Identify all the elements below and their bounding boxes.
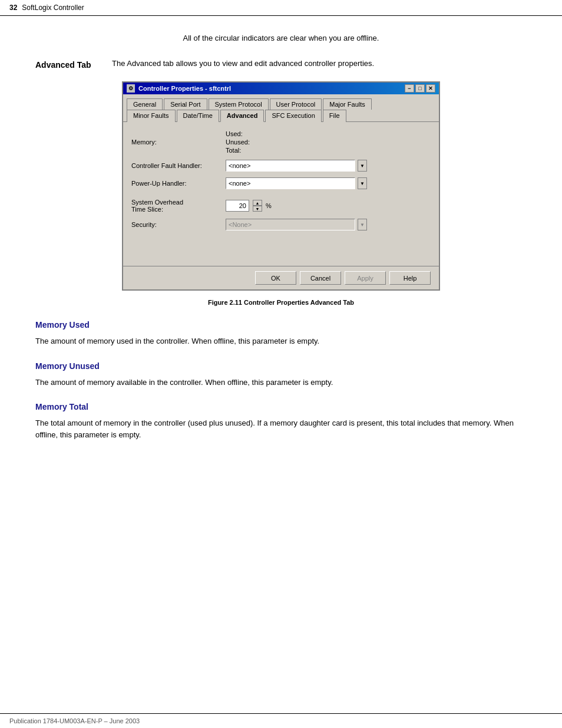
section-memory-used: Memory Used The amount of memory used in… bbox=[35, 320, 527, 347]
security-dropdown-arrow: ▼ bbox=[358, 219, 367, 230]
tab-date-time[interactable]: Date/Time bbox=[177, 110, 219, 122]
tab-advanced[interactable]: Advanced bbox=[220, 110, 265, 122]
help-button[interactable]: Help bbox=[389, 271, 431, 285]
system-overhead-spinner-wrap: ▲ ▼ % bbox=[226, 200, 272, 212]
memory-label: Memory: bbox=[131, 139, 226, 146]
advanced-tab-section: Advanced Tab The Advanced tab allows you… bbox=[35, 59, 527, 70]
restore-button[interactable]: □ bbox=[415, 84, 425, 93]
memory-unused-heading: Memory Unused bbox=[35, 361, 527, 371]
security-row: Security: <None> ▼ bbox=[131, 219, 431, 230]
system-overhead-row: System OverheadTime Slice: ▲ ▼ % bbox=[131, 199, 431, 213]
security-dropdown: <None> bbox=[226, 219, 355, 230]
power-up-dropdown-arrow[interactable]: ▼ bbox=[358, 177, 367, 189]
page-title-header: SoftLogix Controller bbox=[22, 4, 84, 12]
power-up-row: Power-Up Handler: <none> ▼ bbox=[131, 177, 431, 189]
minimize-button[interactable]: − bbox=[405, 84, 414, 93]
fault-handler-row: Controller Fault Handler: <none> ▼ bbox=[131, 160, 431, 172]
tabs-row: General Serial Port System Protocol User… bbox=[127, 98, 435, 109]
cancel-button[interactable]: Cancel bbox=[300, 271, 341, 285]
titlebar-buttons: − □ ✕ bbox=[405, 84, 435, 93]
page-number: 32 bbox=[9, 4, 17, 12]
section-memory-unused: Memory Unused The amount of memory avail… bbox=[35, 361, 527, 388]
tab-file[interactable]: File bbox=[323, 110, 346, 122]
memory-unused-body: The amount of memory available in the co… bbox=[35, 377, 527, 388]
advanced-tab-label: Advanced Tab bbox=[35, 59, 112, 70]
memory-used-label: Used: bbox=[226, 130, 250, 137]
tab-sfc-execution[interactable]: SFC Execution bbox=[265, 110, 321, 122]
power-up-label: Power-Up Handler: bbox=[131, 180, 226, 187]
tab-user-protocol[interactable]: User Protocol bbox=[270, 98, 322, 110]
memory-total-label: Total: bbox=[226, 147, 250, 154]
dialog-icon: ⚙ bbox=[127, 84, 135, 93]
power-up-value: <none> bbox=[229, 180, 250, 187]
memory-values: Used: Unused: Total: bbox=[226, 130, 250, 154]
system-overhead-label: System OverheadTime Slice: bbox=[131, 199, 226, 213]
tabs-container: General Serial Port System Protocol User… bbox=[123, 94, 439, 121]
tab-general[interactable]: General bbox=[127, 98, 163, 110]
page-footer: Publication 1784-UM003A-EN-P – June 2003 bbox=[0, 713, 562, 728]
memory-used-body: The amount of memory used in the control… bbox=[35, 335, 527, 347]
ok-button[interactable]: OK bbox=[255, 271, 296, 285]
spinner-down-button[interactable]: ▼ bbox=[253, 206, 262, 212]
close-button[interactable]: ✕ bbox=[426, 84, 435, 93]
dialog-title: Controller Properties - sftcntrl bbox=[138, 85, 231, 92]
section-memory-total: Memory Total The total amount of memory … bbox=[35, 402, 527, 440]
system-overhead-spinner-buttons: ▲ ▼ bbox=[253, 200, 262, 212]
security-label: Security: bbox=[131, 221, 226, 228]
fault-handler-value: <none> bbox=[229, 162, 250, 169]
intro-text: All of the circular indicators are clear… bbox=[35, 34, 527, 42]
memory-total-body: The total amount of memory in the contro… bbox=[35, 417, 527, 440]
memory-unused-label: Unused: bbox=[226, 139, 250, 146]
memory-total-heading: Memory Total bbox=[35, 402, 527, 411]
fault-handler-label: Controller Fault Handler: bbox=[131, 162, 226, 169]
advanced-tab-description: The Advanced tab allows you to view and … bbox=[112, 59, 527, 70]
fault-handler-dropdown-arrow[interactable]: ▼ bbox=[358, 160, 367, 172]
security-value: <None> bbox=[229, 221, 252, 228]
fault-handler-dropdown-wrap: <none> ▼ bbox=[226, 160, 367, 172]
tab-system-protocol[interactable]: System Protocol bbox=[209, 98, 269, 110]
page-header: 32 SoftLogix Controller bbox=[0, 0, 562, 16]
fault-handler-dropdown[interactable]: <none> bbox=[226, 160, 355, 172]
tab-major-faults[interactable]: Major Faults bbox=[323, 98, 372, 110]
power-up-dropdown-wrap: <none> ▼ bbox=[226, 177, 367, 189]
power-up-dropdown[interactable]: <none> bbox=[226, 177, 355, 189]
dialog-footer: OK Cancel Apply Help bbox=[123, 266, 439, 289]
dialog-box: ⚙ Controller Properties - sftcntrl − □ ✕… bbox=[122, 81, 440, 291]
dialog-titlebar: ⚙ Controller Properties - sftcntrl − □ ✕ bbox=[123, 83, 439, 94]
main-content: All of the circular indicators are clear… bbox=[0, 16, 562, 472]
tab-serial-port[interactable]: Serial Port bbox=[164, 98, 207, 110]
figure-caption: Figure 2.11 Controller Properties Advanc… bbox=[35, 299, 527, 306]
percent-label: % bbox=[266, 202, 272, 209]
spinner-up-button[interactable]: ▲ bbox=[253, 200, 262, 206]
tabs-row-2: Minor Faults Date/Time Advanced SFC Exec… bbox=[127, 109, 435, 121]
footer-text: Publication 1784-UM003A-EN-P – June 2003 bbox=[9, 717, 140, 724]
system-overhead-input[interactable] bbox=[226, 200, 249, 212]
dialog-wrapper: ⚙ Controller Properties - sftcntrl − □ ✕… bbox=[35, 81, 527, 291]
dialog-titlebar-left: ⚙ Controller Properties - sftcntrl bbox=[127, 84, 231, 93]
tab-minor-faults[interactable]: Minor Faults bbox=[127, 110, 176, 122]
dialog-body: Memory: Used: Unused: Total: Controller … bbox=[123, 121, 439, 266]
memory-row: Memory: Used: Unused: Total: bbox=[131, 130, 431, 154]
apply-button: Apply bbox=[345, 271, 386, 285]
memory-used-heading: Memory Used bbox=[35, 320, 527, 330]
security-dropdown-wrap: <None> ▼ bbox=[226, 219, 367, 230]
